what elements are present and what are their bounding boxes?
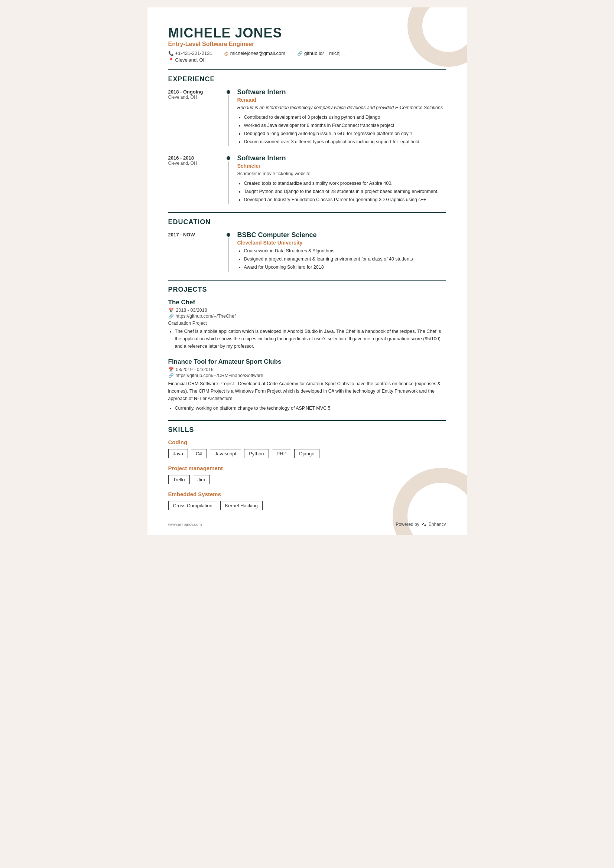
project-bullets-1: The Chef is a mobile application which i…	[168, 328, 446, 350]
skills-category-pm: Project management	[168, 465, 446, 471]
phone-text: +1-431-321-2131	[175, 50, 213, 56]
coding-tags: Java C# Javascript Python PHP Django	[168, 449, 446, 458]
entry-dot-col-1	[224, 88, 233, 146]
entry-dot-1	[227, 90, 230, 94]
skill-javascript: Javascript	[210, 449, 241, 458]
date-range-2: 2016 - 2018	[168, 155, 224, 161]
skill-php: PHP	[272, 449, 292, 458]
edu-dot-col-1	[224, 231, 233, 272]
education-heading: EDUCATION	[168, 218, 446, 226]
project-link-1: 🔗 https://github.com/--/TheChef	[168, 313, 446, 319]
project-title-1: The Chef	[168, 299, 446, 306]
projects-divider	[168, 280, 446, 281]
edu-bullet-1-1: Coursework in Data Structures & Algorith…	[244, 247, 446, 254]
bullet-1-3: Debugged a long pending Auto-login issue…	[244, 130, 446, 137]
role-1: Software Intern	[237, 88, 446, 96]
entry-dot-2	[227, 156, 230, 160]
project-bullet-2-1: Currently, working on platform change to…	[175, 405, 446, 412]
experience-entry-1: 2018 - Ongoing Cleveland, OH Software In…	[168, 88, 446, 146]
education-section: EDUCATION 2017 - NOW BSBC Computer Scien…	[168, 218, 446, 272]
phone-icon: 📞	[168, 51, 174, 56]
skill-django: Django	[294, 449, 319, 458]
project-url-2: https://github.com/--/CRMFinanceSoftware	[176, 373, 263, 378]
github-text: github.io/__michj__	[304, 50, 346, 56]
project-1: The Chef 📅 2018 - 03/2018 🔗 https://gith…	[168, 299, 446, 350]
entry-date-1: 2018 - Ongoing Cleveland, OH	[168, 88, 224, 146]
edu-content-1: BSBC Computer Science Cleveland State Un…	[233, 231, 446, 272]
candidate-name: MICHELE JONES	[168, 25, 446, 41]
skill-kernel-hacking: Kernel Hacking	[220, 501, 263, 510]
education-entry-1: 2017 - NOW BSBC Computer Science Clevela…	[168, 231, 446, 272]
phone-item: 📞 +1-431-321-2131	[168, 50, 213, 56]
resume-content: MICHELE JONES Entry-Level Software Engin…	[168, 25, 446, 510]
skill-cross-compilation: Cross Compilation	[168, 501, 217, 510]
project-desc-2: Financial CRM Software Project - Develop…	[168, 380, 446, 402]
bullets-2: Created tools to standardize and simplif…	[237, 180, 446, 203]
bullet-2-3: Developed an Industry Foundation Classes…	[244, 196, 446, 203]
email-item: @ michelejones@gmail.com	[224, 50, 286, 56]
skills-category-coding: Coding	[168, 439, 446, 445]
bullet-1-2: Worked as Java developer for 6 months in…	[244, 122, 446, 129]
project-link-2: 🔗 https://github.com/--/CRMFinanceSoftwa…	[168, 373, 446, 378]
edu-date-1: 2017 - NOW	[168, 231, 224, 272]
university-1: Cleveland State University	[237, 240, 446, 246]
contact-row: 📞 +1-431-321-2131 @ michelejones@gmail.c…	[168, 50, 446, 56]
project-url-1: https://github.com/--/TheChef	[176, 313, 236, 319]
calendar-icon-1: 📅	[168, 308, 174, 313]
company-2: Schmeler	[237, 163, 446, 169]
experience-divider	[168, 70, 446, 70]
project-date-2: 📅 03/2019 - 04/2019	[168, 367, 446, 372]
skills-category-embedded: Embedded Systems	[168, 491, 446, 497]
entry-line-1	[228, 95, 229, 146]
entry-date-2: 2016 - 2018 Cleveland, OH	[168, 154, 224, 204]
github-icon: 🔗	[297, 51, 303, 56]
bullet-2-2: Taught Python and Django to the batch of…	[244, 188, 446, 195]
resume-page: MICHELE JONES Entry-Level Software Engin…	[148, 8, 467, 535]
project-bullets-2: Currently, working on platform change to…	[168, 405, 446, 412]
skill-python: Python	[244, 449, 269, 458]
project-date-text-1: 2018 - 03/2018	[176, 308, 207, 313]
projects-heading: PROJECTS	[168, 286, 446, 293]
entry-content-2: Software Intern Schmeler Schmeler is mov…	[233, 154, 446, 204]
skill-java: Java	[168, 449, 188, 458]
project-title-2: Finance Tool for Amateur Sport Clubs	[168, 358, 446, 366]
project-type-1: Graduation Project	[168, 321, 446, 326]
skills-section: SKILLS Coding Java C# Javascript Python …	[168, 426, 446, 510]
edu-line-1	[228, 238, 229, 272]
bullet-2-1: Created tools to standardize and simplif…	[244, 180, 446, 187]
company-desc-2: Schmeler is movie ticketing website.	[237, 170, 446, 177]
edu-bullet-1-3: Award for Upcoming SoftHero for 2018	[244, 264, 446, 271]
edu-bullet-1-2: Designed a project management & learning…	[244, 255, 446, 263]
email-icon: @	[224, 51, 229, 56]
entry-dot-col-2	[224, 154, 233, 204]
project-date-1: 📅 2018 - 03/2018	[168, 308, 446, 313]
date-range-1: 2018 - Ongoing	[168, 89, 224, 95]
location-icon: 📍	[168, 57, 174, 63]
entry-line-2	[228, 161, 229, 204]
skills-divider	[168, 420, 446, 421]
pm-tags: Trello Jira	[168, 475, 446, 484]
entry-content-1: Software Intern Renaud Renaud is an info…	[233, 88, 446, 146]
candidate-title: Entry-Level Software Engineer	[168, 41, 446, 48]
enhancv-wave-icon: ∿	[421, 521, 426, 528]
skill-trello: Trello	[168, 475, 190, 484]
header-section: MICHELE JONES Entry-Level Software Engin…	[168, 25, 446, 63]
company-desc-1: Renaud is an information technology comp…	[237, 104, 446, 111]
github-item: 🔗 github.io/__michj__	[297, 50, 346, 56]
footer: www.enhancv.com Powered by ∿ Enhancv	[168, 521, 446, 528]
bullet-1-1: Contributed to development of 3 projects…	[244, 113, 446, 121]
project-2: Finance Tool for Amateur Sport Clubs 📅 0…	[168, 358, 446, 412]
projects-section: PROJECTS The Chef 📅 2018 - 03/2018 🔗 htt…	[168, 286, 446, 412]
link-icon-2: 🔗	[168, 373, 174, 378]
experience-entry-2: 2016 - 2018 Cleveland, OH Software Inter…	[168, 154, 446, 204]
skill-jira: Jira	[193, 475, 210, 484]
degree-1: BSBC Computer Science	[237, 231, 446, 239]
edu-bullets-1: Coursework in Data Structures & Algorith…	[237, 247, 446, 271]
enhancv-logo: Powered by ∿ Enhancv	[396, 521, 446, 528]
email-text: michelejones@gmail.com	[230, 50, 285, 56]
calendar-icon-2: 📅	[168, 367, 174, 372]
edu-dot-1	[227, 233, 230, 237]
location-text: Cleveland, OH	[175, 57, 207, 63]
footer-website: www.enhancv.com	[168, 522, 202, 527]
bullet-1-4: Decommissioned over 3 different types of…	[244, 138, 446, 146]
